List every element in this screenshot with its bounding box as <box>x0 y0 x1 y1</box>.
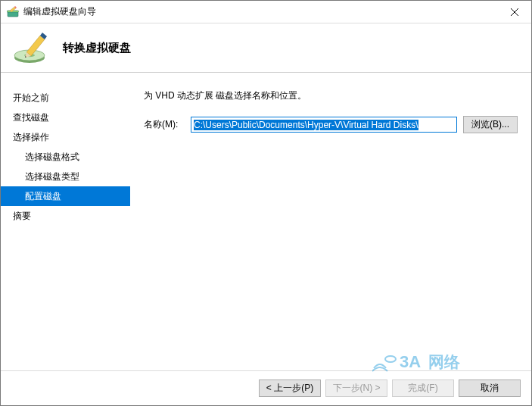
cancel-button[interactable]: 取消 <box>459 379 521 397</box>
name-label: 名称(M): <box>144 118 185 131</box>
titlebar: 编辑虚拟硬盘向导 <box>1 1 531 23</box>
step-before-begin[interactable]: 开始之前 <box>1 88 130 108</box>
wizard-body: 开始之前 查找磁盘 选择操作 选择磁盘格式 选择磁盘类型 配置磁盘 摘要 为 V… <box>1 73 531 370</box>
step-summary[interactable]: 摘要 <box>1 206 130 226</box>
step-choose-action[interactable]: 选择操作 <box>1 127 130 147</box>
finish-button[interactable]: 完成(F) <box>392 379 454 397</box>
step-disk-type[interactable]: 选择磁盘类型 <box>1 167 130 186</box>
name-row: 名称(M): C:\Users\Public\Documents\Hyper-V… <box>144 116 518 133</box>
step-disk-format[interactable]: 选择磁盘格式 <box>1 147 130 167</box>
instruction-text: 为 VHD 动态扩展 磁盘选择名称和位置。 <box>144 89 518 102</box>
step-locate-disk[interactable]: 查找磁盘 <box>1 108 130 127</box>
wizard-content: 为 VHD 动态扩展 磁盘选择名称和位置。 名称(M): C:\Users\Pu… <box>130 73 531 370</box>
next-button[interactable]: 下一步(N) > <box>325 379 387 397</box>
previous-button[interactable]: < 上一步(P) <box>259 379 321 397</box>
close-button[interactable] <box>497 1 531 23</box>
page-title: 转换虚拟硬盘 <box>63 41 131 55</box>
wizard-header: 转换虚拟硬盘 <box>1 23 531 73</box>
browse-button[interactable]: 浏览(B)... <box>463 116 518 133</box>
disk-pencil-icon <box>13 30 49 66</box>
name-input[interactable]: C:\Users\Public\Documents\Hyper-V\Virtua… <box>191 117 457 133</box>
button-bar: 3A 网络 < 上一步(P) 下一步(N) > 完成(F) 取消 <box>1 370 531 405</box>
app-icon <box>7 6 19 18</box>
window-title: 编辑虚拟硬盘向导 <box>23 5 497 18</box>
wizard-window: 编辑虚拟硬盘向导 转换虚拟硬盘 开始之前 查找磁盘 选择操作 选择磁盘格式 选择… <box>0 0 532 406</box>
wizard-steps: 开始之前 查找磁盘 选择操作 选择磁盘格式 选择磁盘类型 配置磁盘 摘要 <box>1 73 130 370</box>
step-configure-disk[interactable]: 配置磁盘 <box>1 186 130 206</box>
